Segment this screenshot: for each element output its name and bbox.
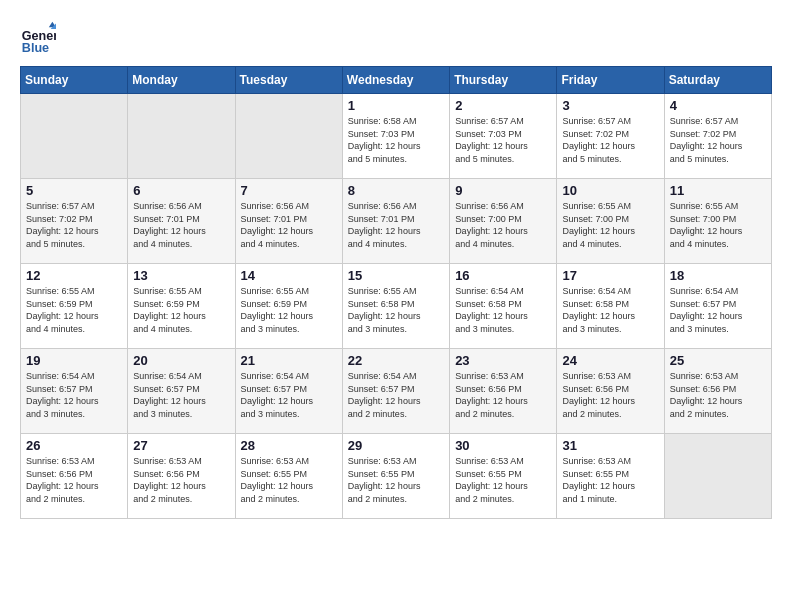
day-cell: 13Sunrise: 6:55 AM Sunset: 6:59 PM Dayli… <box>128 264 235 349</box>
day-cell: 19Sunrise: 6:54 AM Sunset: 6:57 PM Dayli… <box>21 349 128 434</box>
day-cell: 6Sunrise: 6:56 AM Sunset: 7:01 PM Daylig… <box>128 179 235 264</box>
day-cell: 24Sunrise: 6:53 AM Sunset: 6:56 PM Dayli… <box>557 349 664 434</box>
day-cell: 21Sunrise: 6:54 AM Sunset: 6:57 PM Dayli… <box>235 349 342 434</box>
day-info: Sunrise: 6:56 AM Sunset: 7:01 PM Dayligh… <box>133 200 229 250</box>
header-cell-monday: Monday <box>128 67 235 94</box>
week-row-1: 1Sunrise: 6:58 AM Sunset: 7:03 PM Daylig… <box>21 94 772 179</box>
day-info: Sunrise: 6:56 AM Sunset: 7:01 PM Dayligh… <box>348 200 444 250</box>
page-header: General Blue <box>20 20 772 56</box>
day-cell: 2Sunrise: 6:57 AM Sunset: 7:03 PM Daylig… <box>450 94 557 179</box>
day-cell: 22Sunrise: 6:54 AM Sunset: 6:57 PM Dayli… <box>342 349 449 434</box>
day-number: 23 <box>455 353 551 368</box>
day-info: Sunrise: 6:53 AM Sunset: 6:55 PM Dayligh… <box>348 455 444 505</box>
day-cell: 5Sunrise: 6:57 AM Sunset: 7:02 PM Daylig… <box>21 179 128 264</box>
day-cell: 31Sunrise: 6:53 AM Sunset: 6:55 PM Dayli… <box>557 434 664 519</box>
day-info: Sunrise: 6:55 AM Sunset: 6:59 PM Dayligh… <box>26 285 122 335</box>
day-number: 6 <box>133 183 229 198</box>
day-number: 30 <box>455 438 551 453</box>
header-row: SundayMondayTuesdayWednesdayThursdayFrid… <box>21 67 772 94</box>
day-info: Sunrise: 6:53 AM Sunset: 6:55 PM Dayligh… <box>241 455 337 505</box>
day-cell: 7Sunrise: 6:56 AM Sunset: 7:01 PM Daylig… <box>235 179 342 264</box>
day-cell: 29Sunrise: 6:53 AM Sunset: 6:55 PM Dayli… <box>342 434 449 519</box>
day-cell: 23Sunrise: 6:53 AM Sunset: 6:56 PM Dayli… <box>450 349 557 434</box>
day-number: 12 <box>26 268 122 283</box>
day-info: Sunrise: 6:53 AM Sunset: 6:56 PM Dayligh… <box>455 370 551 420</box>
day-info: Sunrise: 6:53 AM Sunset: 6:56 PM Dayligh… <box>133 455 229 505</box>
day-cell: 20Sunrise: 6:54 AM Sunset: 6:57 PM Dayli… <box>128 349 235 434</box>
logo: General Blue <box>20 20 56 56</box>
day-info: Sunrise: 6:54 AM Sunset: 6:58 PM Dayligh… <box>455 285 551 335</box>
header-cell-saturday: Saturday <box>664 67 771 94</box>
logo-icon: General Blue <box>20 20 56 56</box>
day-cell: 14Sunrise: 6:55 AM Sunset: 6:59 PM Dayli… <box>235 264 342 349</box>
day-info: Sunrise: 6:55 AM Sunset: 6:58 PM Dayligh… <box>348 285 444 335</box>
day-number: 28 <box>241 438 337 453</box>
day-cell: 10Sunrise: 6:55 AM Sunset: 7:00 PM Dayli… <box>557 179 664 264</box>
day-number: 16 <box>455 268 551 283</box>
day-info: Sunrise: 6:57 AM Sunset: 7:02 PM Dayligh… <box>670 115 766 165</box>
day-info: Sunrise: 6:58 AM Sunset: 7:03 PM Dayligh… <box>348 115 444 165</box>
day-cell: 9Sunrise: 6:56 AM Sunset: 7:00 PM Daylig… <box>450 179 557 264</box>
day-number: 4 <box>670 98 766 113</box>
day-info: Sunrise: 6:54 AM Sunset: 6:58 PM Dayligh… <box>562 285 658 335</box>
day-info: Sunrise: 6:54 AM Sunset: 6:57 PM Dayligh… <box>348 370 444 420</box>
day-cell: 8Sunrise: 6:56 AM Sunset: 7:01 PM Daylig… <box>342 179 449 264</box>
day-cell <box>128 94 235 179</box>
day-number: 1 <box>348 98 444 113</box>
day-number: 19 <box>26 353 122 368</box>
day-cell: 28Sunrise: 6:53 AM Sunset: 6:55 PM Dayli… <box>235 434 342 519</box>
day-number: 17 <box>562 268 658 283</box>
day-cell: 26Sunrise: 6:53 AM Sunset: 6:56 PM Dayli… <box>21 434 128 519</box>
day-number: 8 <box>348 183 444 198</box>
day-info: Sunrise: 6:55 AM Sunset: 7:00 PM Dayligh… <box>670 200 766 250</box>
day-info: Sunrise: 6:57 AM Sunset: 7:02 PM Dayligh… <box>562 115 658 165</box>
svg-text:Blue: Blue <box>22 41 49 55</box>
day-number: 9 <box>455 183 551 198</box>
day-number: 22 <box>348 353 444 368</box>
day-info: Sunrise: 6:55 AM Sunset: 7:00 PM Dayligh… <box>562 200 658 250</box>
day-info: Sunrise: 6:53 AM Sunset: 6:56 PM Dayligh… <box>670 370 766 420</box>
day-cell <box>235 94 342 179</box>
day-number: 13 <box>133 268 229 283</box>
day-number: 2 <box>455 98 551 113</box>
day-number: 18 <box>670 268 766 283</box>
day-cell: 4Sunrise: 6:57 AM Sunset: 7:02 PM Daylig… <box>664 94 771 179</box>
day-cell: 16Sunrise: 6:54 AM Sunset: 6:58 PM Dayli… <box>450 264 557 349</box>
day-number: 7 <box>241 183 337 198</box>
day-number: 3 <box>562 98 658 113</box>
week-row-5: 26Sunrise: 6:53 AM Sunset: 6:56 PM Dayli… <box>21 434 772 519</box>
day-info: Sunrise: 6:54 AM Sunset: 6:57 PM Dayligh… <box>670 285 766 335</box>
day-info: Sunrise: 6:53 AM Sunset: 6:56 PM Dayligh… <box>26 455 122 505</box>
day-info: Sunrise: 6:57 AM Sunset: 7:02 PM Dayligh… <box>26 200 122 250</box>
day-cell: 15Sunrise: 6:55 AM Sunset: 6:58 PM Dayli… <box>342 264 449 349</box>
day-info: Sunrise: 6:55 AM Sunset: 6:59 PM Dayligh… <box>133 285 229 335</box>
header-cell-sunday: Sunday <box>21 67 128 94</box>
day-info: Sunrise: 6:53 AM Sunset: 6:55 PM Dayligh… <box>562 455 658 505</box>
day-number: 21 <box>241 353 337 368</box>
day-cell <box>21 94 128 179</box>
day-cell: 25Sunrise: 6:53 AM Sunset: 6:56 PM Dayli… <box>664 349 771 434</box>
day-number: 29 <box>348 438 444 453</box>
day-number: 26 <box>26 438 122 453</box>
week-row-2: 5Sunrise: 6:57 AM Sunset: 7:02 PM Daylig… <box>21 179 772 264</box>
day-number: 27 <box>133 438 229 453</box>
week-row-3: 12Sunrise: 6:55 AM Sunset: 6:59 PM Dayli… <box>21 264 772 349</box>
day-info: Sunrise: 6:57 AM Sunset: 7:03 PM Dayligh… <box>455 115 551 165</box>
calendar-body: 1Sunrise: 6:58 AM Sunset: 7:03 PM Daylig… <box>21 94 772 519</box>
day-info: Sunrise: 6:55 AM Sunset: 6:59 PM Dayligh… <box>241 285 337 335</box>
header-cell-friday: Friday <box>557 67 664 94</box>
day-info: Sunrise: 6:53 AM Sunset: 6:55 PM Dayligh… <box>455 455 551 505</box>
day-number: 5 <box>26 183 122 198</box>
day-cell: 27Sunrise: 6:53 AM Sunset: 6:56 PM Dayli… <box>128 434 235 519</box>
day-number: 25 <box>670 353 766 368</box>
day-cell <box>664 434 771 519</box>
day-cell: 3Sunrise: 6:57 AM Sunset: 7:02 PM Daylig… <box>557 94 664 179</box>
day-info: Sunrise: 6:54 AM Sunset: 6:57 PM Dayligh… <box>133 370 229 420</box>
day-info: Sunrise: 6:53 AM Sunset: 6:56 PM Dayligh… <box>562 370 658 420</box>
day-cell: 17Sunrise: 6:54 AM Sunset: 6:58 PM Dayli… <box>557 264 664 349</box>
day-cell: 11Sunrise: 6:55 AM Sunset: 7:00 PM Dayli… <box>664 179 771 264</box>
day-info: Sunrise: 6:56 AM Sunset: 7:00 PM Dayligh… <box>455 200 551 250</box>
day-number: 11 <box>670 183 766 198</box>
header-cell-wednesday: Wednesday <box>342 67 449 94</box>
day-info: Sunrise: 6:54 AM Sunset: 6:57 PM Dayligh… <box>26 370 122 420</box>
